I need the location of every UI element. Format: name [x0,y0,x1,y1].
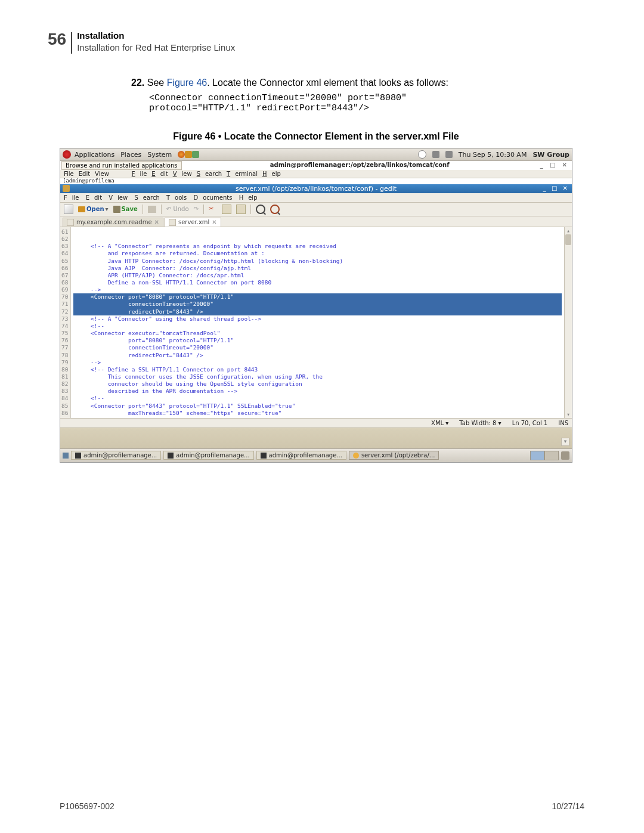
figure-caption: Figure 46 • Locate the Connector Element… [48,131,584,142]
gedit-app-icon [63,185,70,192]
gedit-statusbar: XML ▾ Tab Width: 8 ▾ Ln 70, Col 1 INS [60,418,572,428]
close-icon[interactable]: ✕ [212,219,216,225]
taskbar-item-gedit[interactable]: server.xml (/opt/zebra/... [349,451,439,460]
desktop-background: ▾ [60,428,572,448]
print-button[interactable] [148,206,156,213]
gedit-documents-menu[interactable]: Documents [193,194,232,201]
step-22: 22. See Figure 46. Locate the Connector … [131,78,584,88]
gedit-search-menu[interactable]: Search [134,194,159,201]
show-desktop-icon[interactable] [63,453,69,459]
gedit-help-menu[interactable]: Help [239,194,258,201]
document-date: 10/27/14 [552,801,585,811]
header-title: Installation [77,30,235,42]
scroll-corner[interactable]: ▾ [561,438,569,446]
paste-icon[interactable] [236,205,246,214]
tab-readme[interactable]: my.example.com.readme ✕ [63,218,163,227]
gedit-file-menu[interactable]: File [64,194,79,201]
app-icon[interactable] [192,151,199,158]
terminal-help-menu[interactable]: Help [262,171,281,177]
gedit-titlebar[interactable]: server.xml (/opt/zebra/linkos/tomcat/con… [60,184,572,193]
file-icon [169,219,176,226]
gedit-tools-menu[interactable]: Tools [166,194,187,201]
find-icon[interactable] [256,205,265,214]
figure-link[interactable]: Figure 46 [167,78,208,88]
gedit-edit-menu[interactable]: Edit [86,194,102,201]
language-selector[interactable]: XML ▾ [431,420,448,426]
redhat-icon [63,150,71,159]
window-controls[interactable]: _ □ ✕ [538,161,572,169]
info-icon[interactable] [418,150,426,159]
system-menu[interactable]: System [147,151,172,159]
gedit-tabs: my.example.com.readme ✕ server.xml ✕ [60,216,572,227]
header-subtitle: Installation for Red Hat Enterprise Linu… [77,42,235,54]
user-menu[interactable]: SW Group [532,151,569,159]
network-icon[interactable] [445,151,453,158]
firefox-icon[interactable] [178,151,185,158]
cut-icon[interactable]: ✂ [209,205,217,213]
clock[interactable]: Thu Sep 5, 10:30 AM [459,151,527,159]
terminal-file-menu[interactable]: File [132,171,147,177]
applications-menu[interactable]: Applications [75,151,114,159]
screenshot-figure-46: Applications Places System Thu Sep 5, 10… [60,148,572,463]
terminal-edit-menu[interactable]: Edit [151,171,168,177]
redo-button: ↷ [194,206,199,212]
taskbar-item-terminal[interactable]: admin@profilemanage... [163,451,253,460]
terminal-terminal-menu[interactable]: Terminal [227,171,258,177]
tab-server-xml[interactable]: server.xml ✕ [165,218,221,227]
undo-button: ↶ Undo [166,206,189,212]
app-icon[interactable] [185,151,192,158]
file-icon [67,219,74,226]
page-header: 56 Installation Installation for Red Hat… [48,30,584,54]
workspace-pager[interactable] [530,451,559,460]
taskbar-item-terminal[interactable]: admin@profilemanage... [256,451,346,460]
line-gutter: 6162636465666768697071727374757677787980… [60,227,71,418]
cursor-position: Ln 70, Col 1 [512,420,548,426]
taskbar-item-terminal[interactable]: admin@profilemanage... [71,451,161,460]
page-footer: P1065697-002 10/27/14 [60,801,584,811]
terminal-view-menu[interactable]: View [173,171,192,177]
document-id: P1065697-002 [60,801,114,811]
gedit-view-menu[interactable]: View [109,194,128,201]
new-icon[interactable] [64,205,73,214]
gnome-top-panel: Applications Places System Thu Sep 5, 10… [60,148,572,161]
find-replace-icon[interactable] [270,205,280,214]
editor-area[interactable]: 6162636465666768697071727374757677787980… [60,227,572,418]
tab-width-selector[interactable]: Tab Width: 8 ▾ [459,420,501,426]
gedit-toolbar: Open ▾ Save ↶ Undo ↷ ✂ [60,203,572,216]
header-divider [71,32,72,54]
places-menu[interactable]: Places [120,151,141,159]
vertical-scrollbar[interactable]: ▴ ▾ [564,227,572,418]
step-number: 22. [131,78,144,88]
window-controls[interactable]: _ □ ✕ [543,185,569,191]
tooltip: Browse and run installed applications [61,161,182,170]
open-button[interactable]: Open ▾ [78,206,109,212]
trash-icon[interactable] [561,451,569,460]
code-content[interactable]: <!-- A "Connector" represents an endpoin… [71,227,564,418]
save-button[interactable]: Save [113,206,138,213]
code-block: <Connector connectionTimeout="20000" por… [149,93,584,113]
terminal-title: admin@profilemanager:/opt/zebra/linkos/t… [182,161,538,168]
gnome-bottom-panel: admin@profilemanage... admin@profilemana… [60,448,572,462]
gedit-menubar: File Edit View Search Tools Documents He… [60,193,572,203]
bg-menubar: File Edit View File Edit View Search Ter… [60,170,572,178]
close-icon[interactable]: ✕ [154,219,159,225]
page-number: 56 [48,30,66,49]
volume-icon[interactable] [432,151,439,158]
copy-icon[interactable] [222,205,231,214]
selected-line: <Connector port="8080" protocol="HTTP/1.… [73,293,562,301]
terminal-search-menu[interactable]: Search [197,171,222,177]
terminal-body: [admin@profilema [60,178,572,184]
insert-mode: INS [558,420,568,426]
